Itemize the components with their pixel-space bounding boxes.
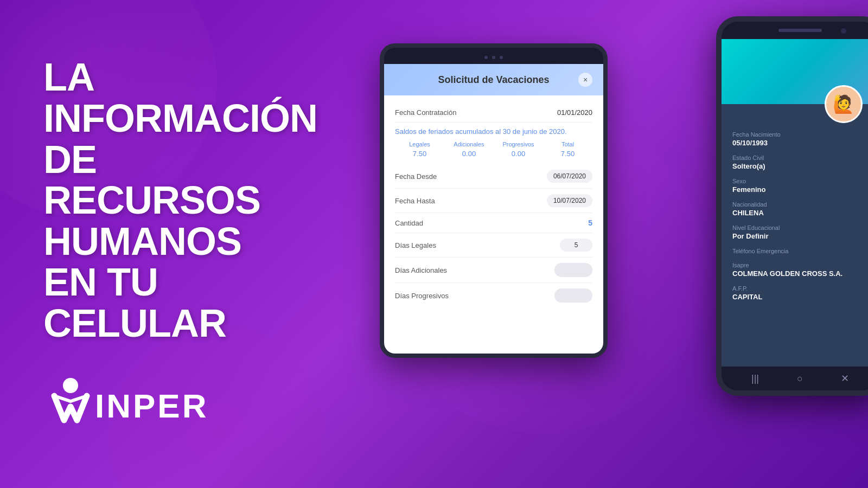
- info-nacionalidad: Nacionalidad CHILENA: [732, 201, 868, 217]
- phone-content: Fecha Nacimiento 05/10/1993 Estado Civil…: [722, 104, 868, 367]
- info-sexo-label: Sexo: [732, 178, 868, 184]
- phone-notch-bar: [778, 29, 822, 32]
- info-sexo-value: Femenino: [732, 185, 868, 194]
- headline: LA INFORMACIÓN DE RECURSOS HUMANOS EN TU…: [43, 57, 347, 344]
- cantidad-label: Cantidad: [395, 219, 423, 227]
- dias-adicionales-row: Días Adicionales: [395, 258, 592, 283]
- svg-text:INPER: INPER: [95, 387, 208, 425]
- main-container: LA INFORMACIÓN DE RECURSOS HUMANOS EN TU…: [0, 0, 868, 488]
- nav-back-icon[interactable]: |||: [751, 373, 759, 384]
- headline-line1: LA INFORMACIÓN DE: [43, 55, 317, 181]
- fecha-contratacion-value: 01/01/2020: [557, 108, 592, 117]
- svg-point-0: [63, 378, 78, 393]
- avatar-emoji: 🙋: [833, 94, 854, 114]
- info-afp: A.F.P. CAPITAL: [732, 285, 868, 301]
- balance-legales-value: 7.50: [395, 150, 444, 158]
- phone-bottom-nav: ||| ○ ✕: [722, 367, 868, 390]
- fecha-hasta-row: Fecha Hasta 10/07/2020: [395, 189, 592, 213]
- headline-line2: RECURSOS HUMANOS: [43, 178, 260, 263]
- avatar: 🙋: [825, 85, 863, 123]
- fecha-contratacion-row: Fecha Contratación 01/01/2020: [395, 103, 592, 123]
- dias-progresivos-input[interactable]: [554, 288, 592, 303]
- phone-header: 🙋: [722, 39, 868, 104]
- modal-body: Fecha Contratación 01/01/2020 Saldos de …: [384, 95, 603, 354]
- tablet-screen: Solicitud de Vacaciones × Fecha Contrata…: [384, 64, 603, 354]
- dias-progresivos-row: Días Progresivos: [395, 283, 592, 308]
- fecha-hasta-value[interactable]: 10/07/2020: [547, 194, 592, 207]
- winper-logo: INPER: [43, 377, 250, 431]
- nav-recent-icon[interactable]: ✕: [841, 373, 849, 384]
- phone-screen: 🙋 Fecha Nacimiento 05/10/1993 Estado Civ…: [722, 39, 868, 367]
- balance-progresivos: Progresivos 0.00: [494, 141, 543, 158]
- balance-section: Saldos de feriados acumulados al 30 de j…: [395, 123, 592, 162]
- fecha-desde-label: Fecha Desde: [395, 172, 437, 181]
- fecha-desde-value[interactable]: 06/07/2020: [547, 170, 592, 183]
- info-estado-civil-value: Soltero(a): [732, 162, 868, 170]
- right-section: Solicitud de Vacaciones × Fecha Contrata…: [380, 0, 868, 488]
- balance-total-header: Total: [543, 141, 592, 147]
- info-afp-value: CAPITAL: [732, 293, 868, 301]
- cantidad-row: Cantidad 5: [395, 213, 592, 233]
- balance-grid: Legales 7.50 Adicionales 0.00 Progresivo…: [395, 141, 592, 158]
- info-nacionalidad-label: Nacionalidad: [732, 201, 868, 208]
- logo-container: INPER: [43, 377, 347, 431]
- left-section: LA INFORMACIÓN DE RECURSOS HUMANOS EN TU…: [0, 24, 380, 463]
- dias-legales-row: Días Legales 5: [395, 233, 592, 258]
- modal-close-button[interactable]: ×: [578, 73, 592, 87]
- balance-adicionales-value: 0.00: [444, 150, 494, 158]
- dias-legales-label: Días Legales: [395, 241, 436, 249]
- info-telefono-emergencia-label: Teléfono Emergencia: [732, 248, 868, 254]
- modal-header: Solicitud de Vacaciones ×: [384, 64, 603, 95]
- tablet-top-bar: [384, 48, 603, 64]
- dias-progresivos-label: Días Progresivos: [395, 292, 449, 300]
- balance-total: Total 7.50: [543, 141, 592, 158]
- tablet-dot-3: [500, 56, 503, 59]
- info-nivel-educacional-label: Nivel Educacional: [732, 224, 868, 231]
- cantidad-value: 5: [588, 219, 592, 227]
- info-sexo: Sexo Femenino: [732, 178, 868, 194]
- phone-camera: [841, 28, 846, 34]
- nav-home-icon[interactable]: ○: [797, 373, 803, 384]
- phone-notch: [722, 22, 868, 39]
- fecha-desde-row: Fecha Desde 06/07/2020: [395, 164, 592, 189]
- balance-adicionales-header: Adicionales: [444, 141, 494, 147]
- info-nacionalidad-value: CHILENA: [732, 209, 868, 217]
- info-afp-label: A.F.P.: [732, 285, 868, 292]
- balance-adicionales: Adicionales 0.00: [444, 141, 494, 158]
- dias-adicionales-input[interactable]: [554, 263, 592, 277]
- balance-total-value: 7.50: [543, 150, 592, 158]
- info-isapre-label: Isapre: [732, 262, 868, 268]
- modal-title: Solicitud de Vacaciones: [409, 74, 578, 86]
- info-nivel-educacional: Nivel Educacional Por Definir: [732, 224, 868, 240]
- tablet-device: Solicitud de Vacaciones × Fecha Contrata…: [380, 43, 608, 358]
- balance-legales-header: Legales: [395, 141, 444, 147]
- info-estado-civil-label: Estado Civil: [732, 155, 868, 161]
- tablet-dot-2: [492, 56, 495, 59]
- vacation-modal: Solicitud de Vacaciones × Fecha Contrata…: [384, 64, 603, 354]
- balance-title: Saldos de feriados acumulados al 30 de j…: [395, 127, 592, 137]
- fecha-hasta-label: Fecha Hasta: [395, 197, 435, 205]
- fecha-contratacion-label: Fecha Contratación: [395, 108, 456, 117]
- balance-progresivos-value: 0.00: [494, 150, 543, 158]
- balance-legales: Legales 7.50: [395, 141, 444, 158]
- tablet-dot-1: [484, 56, 488, 59]
- headline-line3: EN TU CELULAR: [43, 260, 226, 345]
- dias-legales-input[interactable]: 5: [560, 239, 592, 252]
- info-nivel-educacional-value: Por Definir: [732, 232, 868, 240]
- dias-adicionales-label: Días Adicionales: [395, 266, 447, 274]
- info-fecha-nacimiento: Fecha Nacimiento 05/10/1993: [732, 131, 868, 147]
- balance-progresivos-header: Progresivos: [494, 141, 543, 147]
- info-fecha-nacimiento-value: 05/10/1993: [732, 139, 868, 147]
- info-estado-civil: Estado Civil Soltero(a): [732, 155, 868, 170]
- info-fecha-nacimiento-label: Fecha Nacimiento: [732, 131, 868, 138]
- info-isapre-value: COLMENA GOLDEN CROSS S.A.: [732, 269, 868, 278]
- phone-device: 🙋 Fecha Nacimiento 05/10/1993 Estado Civ…: [716, 16, 868, 396]
- info-telefono-emergencia: Teléfono Emergencia: [732, 248, 868, 254]
- info-isapre: Isapre COLMENA GOLDEN CROSS S.A.: [732, 262, 868, 278]
